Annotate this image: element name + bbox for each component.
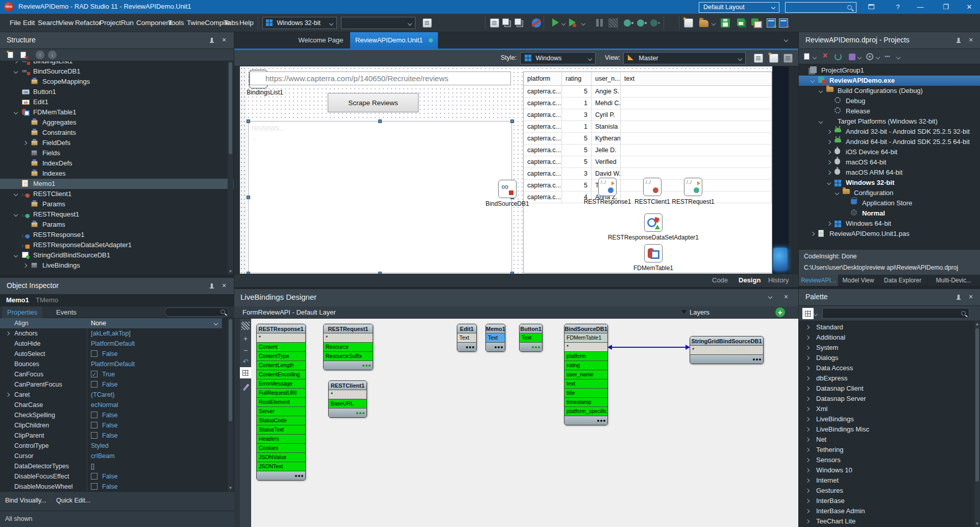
lb-member-platform_specific[interactable]: platform_specific — [565, 407, 607, 416]
pin-icon[interactable] — [208, 283, 215, 290]
property-row-bounces[interactable]: BouncesPlatformDefault — [0, 359, 222, 369]
tree-expander-icon[interactable] — [805, 509, 810, 513]
lb-member-Resource[interactable]: Resource — [324, 343, 373, 352]
lb-member-BaseURL[interactable]: BaseURL — [329, 399, 366, 409]
palette-view-icon[interactable] — [804, 309, 812, 318]
expand-icon[interactable] — [6, 393, 10, 397]
chevron-down-icon[interactable] — [876, 55, 880, 59]
tree-expander-icon[interactable] — [805, 478, 810, 483]
tree-expander-icon[interactable] — [805, 417, 810, 421]
lb-member-text[interactable]: text — [565, 379, 607, 389]
project-item-target-platforms-(windows-32-bit)[interactable]: Target Platforms (Windows 32-bit) — [799, 116, 980, 127]
pause-icon[interactable] — [595, 18, 604, 28]
remove-file-icon[interactable] — [821, 52, 830, 61]
run-icon[interactable] — [552, 18, 559, 27]
lb-member-StatusCode[interactable]: StatusCode — [257, 416, 305, 425]
target-platform-combo[interactable]: Windows 32-bit — [262, 17, 337, 29]
run-until-return-icon[interactable] — [650, 19, 657, 27]
palette-category-standard[interactable]: Standard — [799, 322, 980, 332]
grid-cell[interactable]: 3 — [562, 109, 592, 121]
grid-cell[interactable]: Mehdi C. — [592, 98, 621, 109]
property-row-canfocus[interactable]: CanFocus✓True — [0, 369, 222, 379]
tree-expander-icon[interactable] — [805, 387, 810, 391]
lb-block-edit1[interactable]: Edit1Text — [457, 324, 477, 352]
property-row-clipparent[interactable]: ClipParentFalse — [0, 430, 222, 441]
lb-block-stringgridbindsourcedb1[interactable]: StringGridBindSourceDB1* — [690, 336, 764, 364]
paste-icon[interactable] — [490, 18, 499, 28]
reviews-memo[interactable]: reviews..... — [248, 121, 512, 273]
tree-expander-icon[interactable] — [805, 407, 810, 411]
lb-member-ContentLength[interactable]: ContentLength — [257, 361, 305, 370]
grid-cell[interactable] — [621, 86, 772, 98]
mode-code[interactable]: Code — [712, 276, 728, 284]
url-edit-field[interactable]: https://www.capterra.com/p/140650/Recrui… — [250, 71, 511, 85]
tree-expander-icon[interactable] — [805, 356, 810, 360]
move-down-icon[interactable]: ↓ — [48, 51, 57, 59]
lb-member-platform[interactable]: platform — [565, 352, 607, 361]
lb-member-[interactable]: * — [690, 346, 763, 355]
tab-events[interactable]: Events — [51, 306, 82, 318]
component-icon-restresponsedatasetadapter1[interactable] — [644, 213, 663, 232]
grid-cell[interactable]: capterra.c... — [524, 109, 562, 121]
grid-column-header[interactable]: text — [621, 72, 772, 86]
structure-item-fdmemtable1[interactable]: FDMemTable1 — [0, 107, 234, 117]
grid-cell[interactable]: Kytheran — [592, 133, 621, 145]
grid-cell[interactable]: Jelle D. — [592, 145, 621, 156]
quick-edit-link[interactable]: Quick Edit... — [56, 497, 90, 504]
lb-member-Text[interactable]: Text — [457, 333, 476, 343]
grid-cell[interactable]: capterra.c... — [524, 145, 562, 156]
palette-category-system[interactable]: System — [799, 343, 980, 353]
copy-special-icon[interactable] — [514, 18, 521, 25]
palette-category-tethering[interactable]: Tethering — [799, 445, 980, 455]
grid-cell[interactable]: Angie S. — [592, 86, 621, 98]
property-row-align[interactable]: AlignNone — [0, 318, 222, 328]
structure-item-stringgridbindsourcedb1[interactable]: StringGridBindSourceDB1 — [0, 250, 234, 260]
project-item-android-32-bit---android-sdk-25.2.5-32-bit[interactable]: Android 32-bit - Android SDK 25.2.5 32-b… — [799, 127, 980, 137]
tree-expander-icon[interactable] — [805, 489, 810, 493]
view-combo[interactable]: Master — [623, 52, 746, 64]
grid-cell[interactable]: capterra.c... — [524, 168, 562, 180]
checkbox-unchecked-icon[interactable] — [91, 473, 97, 480]
structure-item-fields[interactable]: Fields — [0, 148, 234, 158]
menu-help[interactable]: Help — [237, 14, 256, 32]
grid-cell[interactable]: capterra.c... — [524, 98, 562, 109]
checkbox-unchecked-icon[interactable] — [91, 412, 97, 418]
structure-item-livebindings[interactable]: LiveBindings — [0, 260, 234, 271]
new-project-icon[interactable] — [804, 53, 810, 60]
chevron-down-icon[interactable] — [581, 21, 585, 26]
property-row-cursor[interactable]: CursorcrIBeam — [0, 451, 222, 461]
grid-cell[interactable]: Stanisla — [592, 121, 621, 133]
lb-member-Server[interactable]: Server — [257, 407, 305, 416]
palette-scrollbar[interactable]: ▲▼ — [974, 321, 980, 527]
resize-handle[interactable] — [378, 119, 382, 123]
grid-cell[interactable] — [621, 156, 772, 168]
build-icon[interactable] — [849, 54, 855, 60]
style-combo[interactable]: Windows — [520, 52, 596, 64]
pin-icon[interactable] — [208, 37, 215, 44]
component-icon-fdmemtable1[interactable] — [644, 244, 663, 262]
edit-document-icon[interactable] — [423, 18, 432, 28]
lb-block-button1[interactable]: Button1Text — [519, 324, 543, 352]
grid-column-header[interactable]: platform — [524, 72, 562, 86]
doc-tab-multidevic[interactable]: Multi-Devic... — [927, 275, 980, 286]
property-row-anchors[interactable]: Anchors[akLeft,akTop] — [0, 328, 222, 339]
chevron-down-icon[interactable] — [813, 55, 817, 59]
property-row-autoselect[interactable]: AutoSelectFalse — [0, 349, 222, 359]
chevron-down-icon[interactable] — [814, 312, 818, 316]
mode-design[interactable]: Design — [739, 276, 761, 284]
tree-expander-icon[interactable] — [827, 171, 831, 175]
tree-expander-icon[interactable] — [14, 61, 18, 63]
grid-cell[interactable]: capterra.c... — [524, 156, 562, 168]
zoom-in-icon[interactable]: + — [241, 334, 250, 343]
delete-item-icon[interactable] — [20, 52, 26, 58]
structure-item-scopemappings[interactable]: ScopeMappings — [0, 77, 234, 87]
lb-member-title[interactable]: title — [565, 389, 607, 398]
project-item-windows-32-bit[interactable]: Windows 32-bit — [799, 178, 980, 188]
remove-from-project-icon[interactable] — [779, 18, 788, 28]
reviews-string-grid[interactable]: platformratinguser_n...textcapterra.c...… — [523, 71, 772, 273]
lb-member-StatusText[interactable]: StatusText — [257, 425, 305, 435]
property-row-controltype[interactable]: ControlTypeStyled — [0, 441, 222, 451]
project-item-windows-64-bit[interactable]: Windows 64-bit — [799, 219, 980, 229]
grid-layout-icon[interactable] — [241, 369, 250, 377]
program-reset-icon[interactable] — [608, 18, 618, 28]
